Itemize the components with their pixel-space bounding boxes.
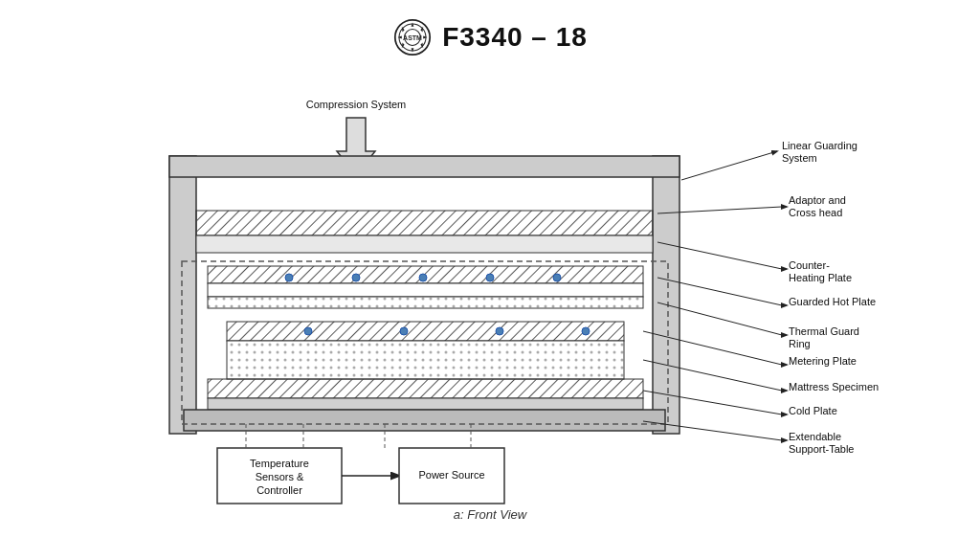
svg-text:ASTM: ASTM [403,34,422,41]
svg-text:Linear Guarding: Linear Guarding [782,140,858,151]
astm-logo-icon: ASTM [392,17,433,57]
svg-line-33 [681,151,777,180]
svg-text:Guarded Hot Plate: Guarded Hot Plate [789,296,876,307]
svg-rect-12 [169,156,679,177]
svg-text:Temperature: Temperature [250,458,309,469]
svg-rect-13 [196,211,653,235]
svg-rect-22 [208,297,643,308]
page-title: F3340 – 18 [442,22,588,53]
svg-rect-28 [227,341,624,379]
svg-text:Power Source: Power Source [418,469,484,481]
figure-caption: a: Front View [454,507,526,522]
svg-text:Metering Plate: Metering Plate [789,355,857,367]
svg-point-27 [582,327,590,335]
svg-text:Extendable: Extendable [789,431,841,442]
svg-text:Adaptor and: Adaptor and [789,194,846,206]
svg-point-26 [496,327,503,335]
svg-rect-16 [208,283,643,297]
svg-rect-30 [208,398,643,410]
svg-point-24 [304,327,312,335]
page: ASTM F3340 – 18 .label-text { font-famil… [0,0,980,560]
svg-point-17 [285,274,293,281]
svg-text:Controller: Controller [256,484,302,496]
svg-text:Thermal Guard: Thermal Guard [789,325,859,337]
svg-point-20 [486,274,494,281]
header: ASTM F3340 – 18 [392,17,588,57]
svg-text:Sensors &: Sensors & [256,471,304,482]
svg-rect-23 [227,322,624,341]
svg-point-21 [553,274,561,281]
svg-point-19 [419,274,427,281]
svg-text:Cross head: Cross head [789,207,842,218]
diagram-area: .label-text { font-family: Arial, sans-s… [59,65,921,505]
diagram-svg: .label-text { font-family: Arial, sans-s… [59,65,921,505]
svg-text:Ring: Ring [789,338,811,349]
svg-rect-10 [169,156,196,434]
svg-rect-11 [653,156,679,434]
svg-text:Counter-: Counter- [789,259,830,271]
svg-text:Mattress Specimen: Mattress Specimen [789,381,879,392]
svg-point-25 [400,327,408,335]
svg-rect-14 [196,235,653,253]
svg-text:Cold Plate: Cold Plate [789,405,837,416]
svg-text:Heating Plate: Heating Plate [789,272,852,283]
svg-text:System: System [782,152,817,164]
svg-rect-29 [208,379,643,398]
svg-rect-31 [184,410,665,431]
svg-point-18 [352,274,360,281]
svg-text:Support-Table: Support-Table [789,443,855,455]
compression-label: Compression System [306,99,407,110]
